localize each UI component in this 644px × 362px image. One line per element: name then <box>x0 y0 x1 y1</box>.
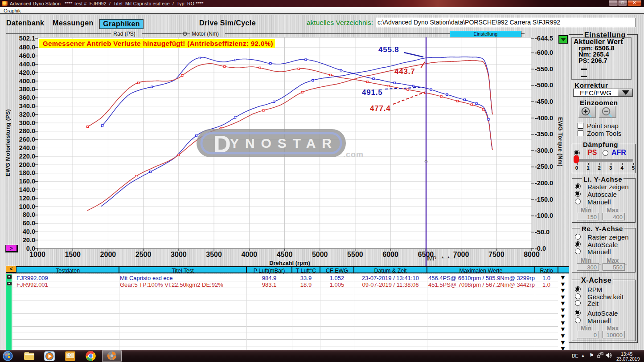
svg-text:-200.0: -200.0 <box>535 179 553 187</box>
svg-text:100.0: 100.0 <box>19 203 35 210</box>
svg-text:443.7: 443.7 <box>394 67 415 76</box>
svg-text:502.1: 502.1 <box>19 35 35 42</box>
svg-text:140.0: 140.0 <box>19 186 35 193</box>
svg-text:-350.0: -350.0 <box>535 130 553 138</box>
svg-text:7500: 7500 <box>488 251 505 258</box>
svg-text:2500: 2500 <box>135 251 152 258</box>
svg-text:360.0: 360.0 <box>19 94 35 101</box>
svg-text:260.0: 260.0 <box>19 136 35 143</box>
svg-text:160.0: 160.0 <box>19 178 35 185</box>
svg-text:-300.0: -300.0 <box>535 147 553 154</box>
svg-text:480.0: 480.0 <box>19 44 35 51</box>
svg-text:4000: 4000 <box>242 251 258 258</box>
svg-text:Gemessener Antrieb Verluste hi: Gemessener Antrieb Verluste hinzugefügt!… <box>43 40 273 47</box>
svg-text:400.0: 400.0 <box>19 77 35 85</box>
svg-text:320.0: 320.0 <box>19 111 35 118</box>
svg-text:60.0: 60.0 <box>23 220 35 227</box>
svg-text:5000: 5000 <box>312 251 328 258</box>
svg-text:3000: 3000 <box>171 251 187 258</box>
svg-text:477.4: 477.4 <box>370 104 391 113</box>
svg-text:-100.0: -100.0 <box>535 212 553 219</box>
svg-text:280.0: 280.0 <box>19 127 35 134</box>
svg-text:D: D <box>213 130 231 157</box>
svg-text:340.0: 340.0 <box>19 102 35 110</box>
svg-text:-250.0: -250.0 <box>535 163 553 170</box>
svg-text:6000: 6000 <box>382 251 398 258</box>
svg-text:455.8: 455.8 <box>378 45 399 54</box>
svg-text:.com: .com <box>343 150 364 159</box>
svg-text:420.0: 420.0 <box>19 69 35 76</box>
svg-text:1500: 1500 <box>65 251 81 258</box>
svg-text:-50.0: -50.0 <box>535 228 550 236</box>
svg-text:40.0: 40.0 <box>23 228 35 235</box>
svg-text:20.0: 20.0 <box>23 236 35 244</box>
svg-text:220.0: 220.0 <box>19 153 35 160</box>
svg-text:1000: 1000 <box>29 251 45 258</box>
svg-text:240.0: 240.0 <box>19 144 35 151</box>
svg-text:120.0: 120.0 <box>19 195 35 202</box>
svg-text:-550.0: -550.0 <box>535 65 553 73</box>
svg-text:460.0: 460.0 <box>19 52 35 59</box>
svg-text:8000: 8000 <box>524 251 540 258</box>
svg-text:491.5: 491.5 <box>362 88 383 97</box>
svg-text:5500: 5500 <box>347 251 363 258</box>
svg-text:200.0: 200.0 <box>19 161 35 168</box>
svg-text:80.0: 80.0 <box>23 211 35 218</box>
svg-text:-600.0: -600.0 <box>535 49 553 56</box>
svg-text:4500: 4500 <box>277 251 293 258</box>
svg-text:440.0: 440.0 <box>19 61 35 68</box>
svg-text:180.0: 180.0 <box>19 169 35 176</box>
svg-text:-150.0: -150.0 <box>535 196 553 203</box>
svg-text:-400.0: -400.0 <box>535 114 553 122</box>
svg-text:3500: 3500 <box>206 251 222 258</box>
svg-text:-450.0: -450.0 <box>535 98 553 105</box>
svg-text:2000: 2000 <box>100 251 116 258</box>
svg-text:380.0: 380.0 <box>19 85 35 93</box>
svg-text:-500.0: -500.0 <box>535 81 553 89</box>
svg-text:-644.5: -644.5 <box>535 35 553 42</box>
svg-text:300.0: 300.0 <box>19 119 35 126</box>
